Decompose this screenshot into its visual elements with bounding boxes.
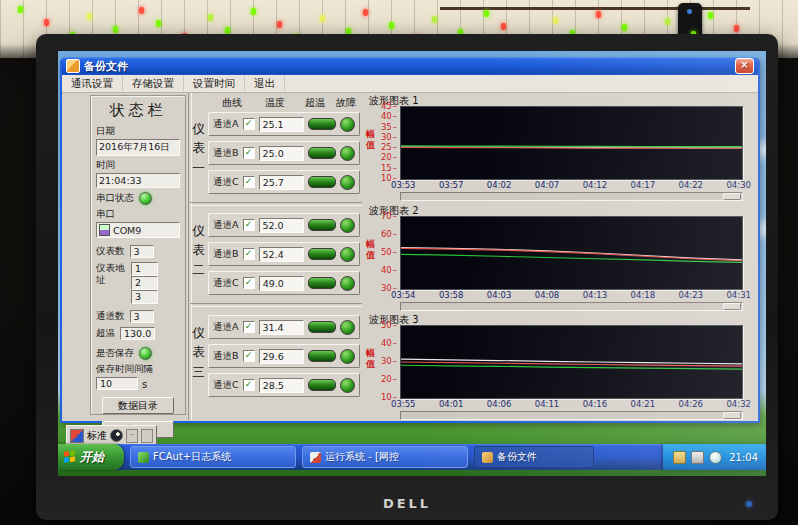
overtemp-field[interactable]: 130.0 bbox=[120, 327, 155, 340]
ime-button[interactable] bbox=[141, 429, 153, 443]
tray-clock[interactable]: 21:04 bbox=[729, 452, 758, 463]
menu-bar: 通讯设置 存储设置 设置时间 退出 bbox=[62, 75, 758, 93]
channel-label: 通道C bbox=[213, 176, 239, 189]
panel-led bbox=[432, 16, 437, 23]
save-interval-field[interactable]: 10 bbox=[96, 377, 138, 390]
address-item[interactable]: 3 bbox=[131, 290, 158, 304]
y-axis-label: 幅值 bbox=[366, 129, 376, 151]
overtemp-indicator bbox=[308, 219, 336, 231]
temperature-field[interactable]: 28.5 bbox=[259, 378, 304, 393]
channel-count-field[interactable]: 3 bbox=[130, 310, 154, 323]
overtemp-indicator bbox=[308, 350, 336, 362]
curve-checkbox[interactable]: ✓ bbox=[243, 219, 255, 231]
y-tick-label: 60 bbox=[381, 229, 397, 239]
temperature-field[interactable]: 29.6 bbox=[259, 349, 304, 364]
curve-checkbox[interactable]: ✓ bbox=[243, 176, 255, 188]
temperature-field[interactable]: 49.0 bbox=[259, 276, 304, 291]
x-tick-label: 04:26 bbox=[679, 399, 704, 409]
curve-checkbox[interactable]: ✓ bbox=[243, 277, 255, 289]
x-tick-label: 04:32 bbox=[726, 399, 751, 409]
moon-icon[interactable] bbox=[110, 429, 123, 442]
instrument-count-field[interactable]: 3 bbox=[130, 245, 154, 258]
device-led bbox=[687, 9, 692, 14]
data-directory-button[interactable]: 数据目录 bbox=[102, 397, 174, 414]
serial-port-field[interactable]: COM9 bbox=[96, 222, 180, 238]
panel-led bbox=[389, 22, 394, 29]
chart-scrollbar[interactable] bbox=[400, 192, 743, 201]
photo-frame: 备份文件 × 通讯设置 存储设置 设置时间 退出 状态栏 日期 2016年7月1… bbox=[0, 0, 798, 525]
volume-icon[interactable] bbox=[709, 451, 722, 464]
panel-led bbox=[225, 27, 230, 34]
app-icon bbox=[482, 452, 493, 463]
curve-checkbox[interactable]: ✓ bbox=[243, 147, 255, 159]
address-item[interactable]: 2 bbox=[131, 276, 158, 290]
plot-area bbox=[400, 106, 743, 180]
app-icon bbox=[310, 452, 321, 463]
dell-logo: DELL bbox=[383, 496, 431, 511]
temperature-field[interactable]: 52.0 bbox=[259, 218, 304, 233]
curve-checkbox[interactable]: ✓ bbox=[243, 118, 255, 130]
time-label: 时间 bbox=[96, 159, 180, 172]
taskbar-item-backup-file[interactable]: 备份文件 bbox=[474, 446, 594, 468]
instrument-2-name: 仪表二 bbox=[191, 221, 206, 279]
windows-logo-icon bbox=[64, 450, 76, 463]
y-tick-label: 20 bbox=[381, 374, 397, 384]
taskbar-item-run-system[interactable]: 运行系统 - [网控 bbox=[302, 446, 468, 468]
curve-checkbox[interactable]: ✓ bbox=[243, 379, 255, 391]
device-tray-icon[interactable] bbox=[691, 451, 704, 464]
taskbar: 开始 FCAut+日志系统 运行系统 - [网控 备份文件 bbox=[58, 444, 766, 470]
fault-indicator bbox=[340, 247, 355, 262]
scrollbar-thumb[interactable] bbox=[723, 303, 741, 310]
curve-checkbox[interactable]: ✓ bbox=[243, 350, 255, 362]
address-list[interactable]: 1 2 3 bbox=[131, 262, 158, 304]
channel-count-label: 通道数 bbox=[96, 310, 125, 323]
y-tick-label: 50 bbox=[381, 320, 397, 330]
temperature-field[interactable]: 25.0 bbox=[259, 146, 304, 161]
x-tick-label: 04:06 bbox=[487, 399, 512, 409]
ime-tray-icon[interactable] bbox=[673, 451, 686, 464]
temperature-field[interactable]: 25.1 bbox=[259, 117, 304, 132]
x-tick-label: 04:23 bbox=[679, 290, 704, 300]
ime-button[interactable]: ·· bbox=[126, 429, 138, 443]
menu-exit[interactable]: 退出 bbox=[245, 76, 285, 91]
start-button[interactable]: 开始 bbox=[58, 444, 124, 470]
temperature-field[interactable]: 52.4 bbox=[259, 247, 304, 262]
serial-label: 串口 bbox=[96, 208, 180, 221]
scrollbar-thumb[interactable] bbox=[723, 412, 741, 419]
power-led[interactable] bbox=[746, 501, 752, 507]
panel-led bbox=[113, 26, 118, 33]
scrollbar-thumb[interactable] bbox=[723, 193, 741, 200]
close-button[interactable]: × bbox=[735, 58, 754, 74]
menu-comm-settings[interactable]: 通讯设置 bbox=[62, 76, 123, 91]
serial-status-label: 串口状态 bbox=[96, 192, 134, 205]
save-interval-unit: s bbox=[142, 379, 147, 390]
chart-scrollbar[interactable] bbox=[400, 302, 743, 311]
taskbar-item-log-system[interactable]: FCAut+日志系统 bbox=[130, 446, 296, 468]
ime-icon bbox=[70, 429, 84, 443]
temperature-field[interactable]: 25.7 bbox=[259, 175, 304, 190]
title-bar[interactable]: 备份文件 × bbox=[62, 57, 758, 75]
temperature-field[interactable]: 31.4 bbox=[259, 320, 304, 335]
app-icon bbox=[66, 59, 80, 73]
channel-row: 通道C ✓ 25.7 bbox=[208, 170, 360, 194]
x-tick-label: 04:11 bbox=[535, 399, 560, 409]
panel-led bbox=[363, 9, 368, 16]
plot-area bbox=[400, 325, 743, 399]
panel-led bbox=[139, 7, 144, 14]
curve-checkbox[interactable]: ✓ bbox=[243, 321, 255, 333]
menu-set-time[interactable]: 设置时间 bbox=[184, 76, 245, 91]
taskbar-item-label: 运行系统 - [网控 bbox=[325, 450, 399, 464]
instrument-1-name: 仪表一 bbox=[191, 119, 206, 177]
panel-led bbox=[708, 12, 713, 19]
x-tick-label: 04:31 bbox=[726, 290, 751, 300]
curve-checkbox[interactable]: ✓ bbox=[243, 248, 255, 260]
panel-led bbox=[734, 25, 739, 32]
menu-storage-settings[interactable]: 存储设置 bbox=[123, 76, 184, 91]
y-axis-label: 幅值 bbox=[366, 348, 376, 370]
panel-led bbox=[208, 14, 213, 21]
x-tick-label: 03:58 bbox=[439, 290, 464, 300]
waveform-chart-3: 波形图表 3 幅值 5040302010 03:5504:0104:0604:1… bbox=[365, 312, 754, 420]
ime-toolbar[interactable]: 标准 ·· bbox=[66, 425, 157, 446]
address-item[interactable]: 1 bbox=[131, 262, 158, 276]
chart-scrollbar[interactable] bbox=[400, 411, 743, 420]
